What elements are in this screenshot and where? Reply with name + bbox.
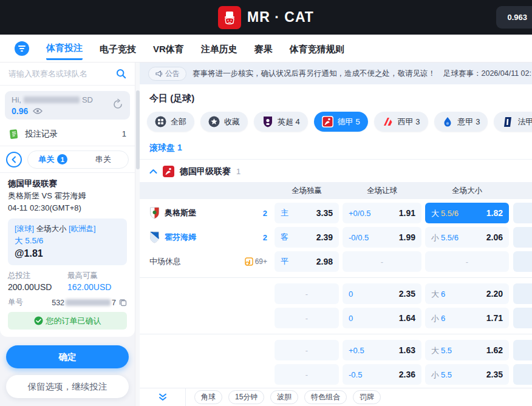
odds-cell-clipped[interactable] bbox=[513, 308, 532, 328]
tab-results[interactable]: 赛果 bbox=[254, 38, 273, 59]
stats-badge[interactable]: 69+ bbox=[245, 257, 267, 266]
odds-cell-empty: - bbox=[275, 308, 339, 328]
odds-cell-over[interactable]: 大6 2.20 bbox=[425, 283, 509, 304]
total-stake-value: 200.00USD bbox=[8, 281, 67, 293]
odds-cell-under[interactable]: 小6 1.71 bbox=[425, 308, 509, 328]
odds-cell-home-win[interactable]: 主 3.35 bbox=[275, 203, 339, 223]
tab-bet-history[interactable]: 注单历史 bbox=[201, 38, 237, 59]
chip-all[interactable]: 全部 bbox=[147, 112, 194, 132]
max-win-label: 最高可赢 bbox=[67, 270, 127, 281]
odds-cell-handicap[interactable]: 0 2.35 bbox=[343, 283, 421, 304]
order-no-prefix: 532 bbox=[52, 299, 64, 307]
odds-value: 1.91 bbox=[399, 208, 415, 218]
slip-match-time: 04-11 02:30(GMT+8) bbox=[8, 202, 127, 214]
chip-ligue1[interactable]: 法甲 1 bbox=[494, 112, 532, 132]
brand-logo[interactable]: MR · CAT bbox=[218, 6, 314, 29]
epl-icon bbox=[262, 116, 273, 127]
odds-label: -0.5 bbox=[349, 370, 362, 379]
odds-cell-under[interactable]: 小5.5 2.35 bbox=[425, 364, 509, 385]
order-no-redacted bbox=[66, 299, 111, 306]
market-chip-15min[interactable]: 15分钟 bbox=[228, 390, 264, 404]
eye-icon[interactable] bbox=[33, 107, 43, 115]
chip-bundesliga[interactable]: 德甲 5 bbox=[314, 112, 368, 132]
odds-cell-clipped[interactable] bbox=[513, 340, 532, 360]
ou-line: 5.5/6 bbox=[441, 233, 459, 242]
odds-cell-clipped[interactable] bbox=[513, 227, 532, 248]
announcement-bar: 公告 赛事将进一步核实，确认状况后再另行通知，造成不便之处，敬请见谅！ 足球赛事… bbox=[140, 63, 532, 84]
odds-value: 1.62 bbox=[486, 345, 503, 355]
table-row: - 0 2.35 大6 2.20 bbox=[149, 283, 532, 304]
tab-betting-rules[interactable]: 体育竞猜规则 bbox=[290, 38, 344, 59]
team-away[interactable]: 霍芬海姆 2 bbox=[149, 231, 275, 243]
live-market-link[interactable]: 滚球盘 1 bbox=[140, 138, 532, 160]
odds-label: 主 bbox=[281, 208, 288, 218]
market-footer: 角球 15分钟 波胆 特色组合 罚牌 bbox=[140, 388, 532, 406]
bet-record-row[interactable]: 投注记录 1 bbox=[0, 122, 135, 146]
confirm-button[interactable]: 确定 bbox=[6, 345, 129, 368]
odds-cell-handicap[interactable]: +0.5 1.63 bbox=[343, 340, 421, 360]
order-status-text: 您的订单已确认 bbox=[46, 316, 101, 326]
ou-prefix: 大 bbox=[431, 289, 439, 299]
odds-cell-under[interactable]: 小5.5/6 2.06 bbox=[425, 227, 509, 248]
page-title: 今日 (足球) bbox=[140, 84, 532, 109]
wallet-balance: 0.96 bbox=[12, 106, 28, 116]
live-market-label: 滚球盘 bbox=[149, 143, 175, 152]
double-chevron-down-icon[interactable] bbox=[140, 388, 186, 406]
market-chip-correct-score[interactable]: 波胆 bbox=[270, 390, 298, 404]
tab-esports[interactable]: 电子竞技 bbox=[100, 38, 136, 59]
odds-value: 2.20 bbox=[486, 289, 503, 299]
odds-cell-home-handicap[interactable]: +0/0.5 1.91 bbox=[343, 203, 421, 223]
tab-parlay-bet[interactable]: 串关 bbox=[78, 151, 129, 168]
odds-cell-away-win[interactable]: 客 2.39 bbox=[275, 227, 339, 248]
odds-cell-handicap[interactable]: 0 1.64 bbox=[343, 308, 421, 328]
slip-odds: @1.81 bbox=[15, 247, 120, 260]
sidebar-scrollbar[interactable] bbox=[135, 63, 140, 406]
tab-single-bet[interactable]: 单关 1 bbox=[28, 151, 78, 168]
team-home[interactable]: 奥格斯堡 2 bbox=[149, 207, 275, 219]
market-chip-cards[interactable]: 罚牌 bbox=[353, 390, 381, 404]
search-icon[interactable] bbox=[116, 69, 126, 79]
odds-cell-empty: - bbox=[275, 364, 339, 385]
odds-cell-over-selected[interactable]: 大5.5/6 1.82 bbox=[425, 203, 509, 223]
odds-cell-clipped[interactable] bbox=[513, 251, 532, 272]
search-input[interactable] bbox=[9, 69, 116, 78]
odds-cell-draw[interactable]: 平 2.98 bbox=[275, 251, 339, 272]
odds-cell-away-handicap[interactable]: -0/0.5 1.99 bbox=[343, 227, 421, 248]
market-chip-corners[interactable]: 角球 bbox=[194, 390, 222, 404]
tab-vr-sports[interactable]: VR体育 bbox=[153, 38, 184, 59]
chip-seriea[interactable]: 意甲 3 bbox=[434, 112, 488, 132]
ligue1-icon bbox=[502, 116, 513, 127]
odds-cell-over[interactable]: 大5.5 1.62 bbox=[425, 340, 509, 360]
copy-icon[interactable] bbox=[119, 299, 127, 306]
chip-favorites-label: 收藏 bbox=[224, 117, 240, 127]
chip-favorites[interactable]: 收藏 bbox=[200, 112, 248, 132]
chevron-up-icon[interactable] bbox=[149, 169, 157, 174]
betslip-sidebar: Hi, SD 0.96 投注记录 1 bbox=[0, 63, 135, 406]
odds-label: 平 bbox=[281, 256, 288, 267]
odds-cell-handicap[interactable]: -0.5 2.36 bbox=[343, 364, 421, 385]
odds-cell-clipped[interactable] bbox=[513, 364, 532, 385]
slip-book-tag: [欧洲盘] bbox=[69, 225, 95, 233]
filter-icon[interactable] bbox=[15, 41, 29, 56]
chip-laliga[interactable]: 西甲 3 bbox=[374, 112, 428, 132]
keep-selection-button[interactable]: 保留选项，继续投注 bbox=[6, 375, 129, 398]
league-section-header[interactable]: 德国甲级联赛 1 bbox=[140, 160, 532, 182]
odds-value: 2.36 bbox=[399, 370, 415, 379]
slip-match-name: 奥格斯堡 VS 霍芬海姆 bbox=[8, 190, 127, 202]
account-balance[interactable]: 0.963 bbox=[496, 6, 532, 29]
tab-sports-betting[interactable]: 体育投注 bbox=[46, 36, 83, 60]
chip-epl-label: 英超 4 bbox=[278, 117, 300, 127]
grid-icon bbox=[155, 116, 166, 127]
odds-cell-clipped[interactable] bbox=[513, 203, 532, 223]
refresh-icon[interactable] bbox=[112, 98, 124, 110]
announcement-badge[interactable]: 公告 bbox=[148, 67, 186, 81]
back-arrow-icon[interactable] bbox=[6, 152, 22, 167]
chip-epl[interactable]: 英超 4 bbox=[254, 112, 308, 132]
odds-cell-empty: - bbox=[275, 340, 339, 360]
chip-all-label: 全部 bbox=[171, 117, 186, 127]
odds-rows: 奥格斯堡 2 主 3.35 +0/0.5 1.91 大5.5/6 1.82 bbox=[140, 199, 532, 388]
odds-cell-clipped[interactable] bbox=[513, 283, 532, 304]
market-chip-specials[interactable]: 特色组合 bbox=[304, 390, 347, 404]
announcement-text: 赛事将进一步核实，确认状况后再另行通知，造成不便之处，敬请见谅！ bbox=[193, 69, 437, 79]
match-status: 中场休息 bbox=[149, 256, 181, 267]
